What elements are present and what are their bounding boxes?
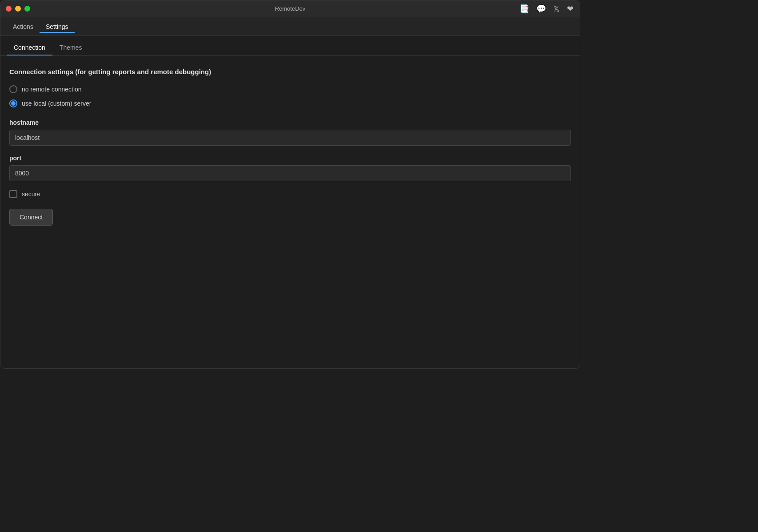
radio-local-server-input[interactable] xyxy=(9,99,17,107)
secure-checkbox[interactable] xyxy=(9,190,17,198)
twitter-icon[interactable]: 𝕏 xyxy=(553,4,560,14)
book-icon[interactable]: 📑 xyxy=(519,4,529,14)
tab-themes[interactable]: Themes xyxy=(52,40,89,56)
traffic-lights xyxy=(6,6,30,12)
radio-no-remote[interactable]: no remote connection xyxy=(9,85,571,93)
hostname-input[interactable] xyxy=(9,130,571,146)
close-button[interactable] xyxy=(6,6,12,12)
connect-button[interactable]: Connect xyxy=(9,209,53,226)
hostname-group: hostname xyxy=(9,119,571,146)
menu-item-actions[interactable]: Actions xyxy=(7,20,40,33)
radio-local-server-label: use local (custom) server xyxy=(22,100,91,107)
radio-group: no remote connection use local (custom) … xyxy=(9,85,571,107)
port-input[interactable] xyxy=(9,165,571,181)
title-bar-icons: 📑 💬 𝕏 ❤ xyxy=(519,4,574,14)
section-title: Connection settings (for getting reports… xyxy=(9,68,571,75)
menu-item-settings[interactable]: Settings xyxy=(40,20,75,33)
app-title: RemoteDev xyxy=(275,5,306,12)
minimize-button[interactable] xyxy=(15,6,21,12)
secure-row[interactable]: secure xyxy=(9,190,571,198)
main-content: Connection settings (for getting reports… xyxy=(0,56,580,238)
tab-connection[interactable]: Connection xyxy=(7,40,52,56)
menu-bar: Actions Settings xyxy=(0,17,580,36)
heart-icon[interactable]: ❤ xyxy=(567,4,574,14)
chat-icon[interactable]: 💬 xyxy=(536,4,546,14)
port-group: port xyxy=(9,155,571,181)
secure-label: secure xyxy=(22,191,40,198)
radio-no-remote-label: no remote connection xyxy=(22,86,82,93)
radio-no-remote-input[interactable] xyxy=(9,85,17,93)
maximize-button[interactable] xyxy=(24,6,30,12)
tab-bar: Connection Themes xyxy=(0,36,580,56)
port-label: port xyxy=(9,155,571,162)
title-bar: RemoteDev 📑 💬 𝕏 ❤ xyxy=(0,0,580,17)
radio-local-server[interactable]: use local (custom) server xyxy=(9,99,571,107)
hostname-label: hostname xyxy=(9,119,571,126)
